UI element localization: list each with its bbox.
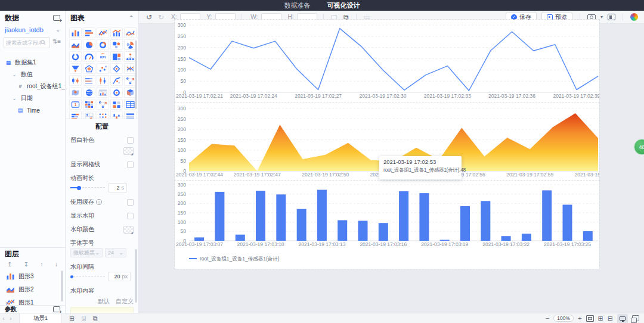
- chart-type-negative-bar-icon[interactable]: [110, 111, 123, 119]
- font-family-select[interactable]: 微软雅黑⌄: [70, 248, 103, 257]
- use-cache-checkbox[interactable]: [127, 199, 134, 206]
- chart-type-badge-chart-icon[interactable]: [110, 87, 123, 98]
- cascade-windows-icon[interactable]: [632, 315, 639, 321]
- scene-prev-icon[interactable]: ‹: [0, 315, 7, 322]
- anim-duration-value[interactable]: 2s: [108, 183, 127, 192]
- tree-item-数值[interactable]: ⌄数值: [0, 69, 65, 80]
- chart-type-number-card-icon[interactable]: 1: [69, 99, 82, 110]
- move-up-icon[interactable]: ↑: [41, 261, 44, 268]
- chart-type-treemap-chart-icon[interactable]: [110, 51, 123, 62]
- layer-item-图形2[interactable]: 图形2: [0, 283, 65, 296]
- chart-type-pie-chart-icon[interactable]: [83, 39, 95, 50]
- chevron-down-icon[interactable]: ▾: [600, 14, 603, 20]
- collapse-chevron-icon[interactable]: ⌃: [129, 15, 134, 21]
- chart-type-gauge-chart-icon[interactable]: [83, 51, 95, 62]
- scene-tab[interactable]: 场景1: [19, 313, 62, 323]
- scrollbar-thumb[interactable]: [61, 271, 63, 302]
- chart-type-ring-progress-icon[interactable]: [69, 51, 82, 62]
- scrollbar-thumb[interactable]: [135, 249, 137, 303]
- tree-item-Time[interactable]: ▤Time: [0, 104, 65, 116]
- chart-type-kpi-card-icon[interactable]: KPI: [97, 51, 109, 62]
- design-canvas[interactable]: 0501001502002503002021-03-19 17:02:21202…: [139, 24, 644, 313]
- tree-item-日期[interactable]: ⌄日期: [0, 92, 65, 104]
- svg-text:150: 150: [178, 56, 186, 62]
- undo-icon[interactable]: ↺: [145, 11, 153, 23]
- add-param-icon[interactable]: [53, 306, 60, 312]
- chart-type-stacked-hbar-icon[interactable]: [69, 111, 82, 119]
- chart-type-matrix-chart-icon[interactable]: [110, 99, 123, 110]
- blank-color-checkbox[interactable]: [127, 137, 134, 144]
- chevron-down-icon[interactable]: ⌄: [55, 27, 60, 33]
- scrollbar-thumb[interactable]: [135, 41, 137, 109]
- zoom-out-icon[interactable]: −: [546, 315, 549, 322]
- chart-type-multi-table-icon[interactable]: [124, 111, 137, 119]
- show-watermark-checkbox[interactable]: [127, 213, 134, 219]
- watermark-gap-slider[interactable]: [70, 276, 105, 277]
- watermark-content-input[interactable]: [70, 307, 134, 313]
- chart-type-bullet-chart-icon[interactable]: [83, 75, 95, 86]
- chart-type-grid-map-icon[interactable]: [83, 111, 95, 119]
- chart-type-dot-matrix-icon[interactable]: [97, 111, 109, 119]
- tree-item-数据集1[interactable]: ▦数据集1: [0, 57, 65, 69]
- params-row[interactable]: 参数: [0, 305, 66, 313]
- chart-type-bar-line-mix-icon[interactable]: [110, 27, 123, 38]
- datasource-select[interactable]: jiaokun_iotdb: [5, 26, 44, 33]
- import-scene-icon[interactable]: ⍗: [82, 314, 86, 323]
- add-dataset-icon[interactable]: [53, 15, 60, 21]
- chart-type-table-bar-chart-icon[interactable]: [97, 87, 109, 98]
- chart-type-boxplot-chart-icon[interactable]: [69, 75, 82, 86]
- chart-type-line-chart-icon[interactable]: [97, 27, 109, 38]
- show-grid-checkbox[interactable]: [127, 162, 134, 168]
- font-size-select[interactable]: 24⌄: [105, 248, 126, 257]
- svg-text:100: 100: [178, 219, 186, 225]
- chart-type-scatter-chart-icon[interactable]: [97, 63, 109, 74]
- theme-color-wheel-icon[interactable]: [630, 13, 638, 21]
- chart-type-radar-chart-icon[interactable]: [83, 63, 95, 74]
- chart-type-heatmap-chart-icon[interactable]: [83, 99, 95, 110]
- chart-type-flow-chart-icon[interactable]: [110, 75, 123, 86]
- watermark-gap-value[interactable]: 20px: [108, 272, 131, 281]
- zoom-level[interactable]: 100%: [553, 315, 574, 322]
- chart-type-basic-bar-icon[interactable]: [69, 27, 82, 38]
- watermark-custom-button[interactable]: 自定义: [116, 297, 134, 306]
- export-scene-icon[interactable]: ⧉: [93, 314, 98, 323]
- anim-duration-slider[interactable]: [70, 187, 105, 188]
- chart-type-horizontal-bar-icon[interactable]: [83, 27, 95, 38]
- scene-next-icon[interactable]: ›: [7, 315, 14, 322]
- chart-widget-line[interactable]: 0501001502002503002021-03-19 17:02:21202…: [175, 20, 599, 103]
- watermark-color-swatch[interactable]: [123, 226, 134, 234]
- chart-type-bubble-chart-icon[interactable]: [110, 39, 123, 50]
- chart-type-map-point-chart-icon[interactable]: [69, 87, 82, 98]
- tab-data-prep[interactable]: 数据准备: [284, 0, 311, 11]
- redo-icon[interactable]: ↻: [157, 11, 165, 23]
- chart-type-area-chart-icon[interactable]: [69, 39, 82, 50]
- chart-type-world-map-chart-icon[interactable]: [83, 87, 95, 98]
- fit-canvas-icon[interactable]: [586, 315, 594, 322]
- chart-type-relation-graph-icon[interactable]: [97, 99, 109, 110]
- chart-type-funnel-chart-icon[interactable]: [69, 63, 82, 74]
- tab-visual-design[interactable]: 可视化设计: [327, 0, 360, 11]
- layers-panel-title: 图层: [5, 249, 19, 259]
- panel-toggle-icon[interactable]: ⊟: [608, 315, 613, 322]
- board-icon[interactable]: [608, 14, 615, 20]
- add-scene-icon[interactable]: ⊞: [69, 314, 75, 323]
- chart-type-candlestick-chart-icon[interactable]: [97, 75, 109, 86]
- svg-text:2021-03-19 17:03:22: 2021-03-19 17:03:22: [482, 241, 530, 247]
- fullscreen-monitor-icon[interactable]: [617, 314, 628, 323]
- chart-type-diamond-chart-icon[interactable]: [110, 63, 123, 74]
- chart-widget-bar[interactable]: 0501001502002503002021-03-19 17:03:07202…: [175, 181, 599, 269]
- move-bottom-icon[interactable]: ↧: [24, 261, 29, 268]
- sort-filter-icon[interactable]: ⇅≡: [52, 38, 61, 48]
- move-top-icon[interactable]: ↥: [7, 261, 12, 268]
- layer-item-图形3[interactable]: 图形3: [0, 270, 65, 283]
- snapshot-camera-icon[interactable]: [587, 14, 596, 20]
- chart-type-donut-chart-icon[interactable]: [97, 39, 109, 50]
- chart-type-curve-chart-icon[interactable]: [124, 27, 137, 38]
- tree-item-root_设备组1_设备...[interactable]: #root_设备组1_设备...: [0, 80, 65, 92]
- zoom-in-icon[interactable]: +: [578, 315, 581, 322]
- blank-color-swatch[interactable]: [123, 147, 134, 155]
- move-down-icon[interactable]: ↓: [55, 261, 58, 268]
- watermark-default-button[interactable]: 默认: [98, 297, 110, 306]
- search-input[interactable]: [6, 40, 41, 46]
- grid-toggle-icon[interactable]: ⊞: [598, 315, 603, 322]
